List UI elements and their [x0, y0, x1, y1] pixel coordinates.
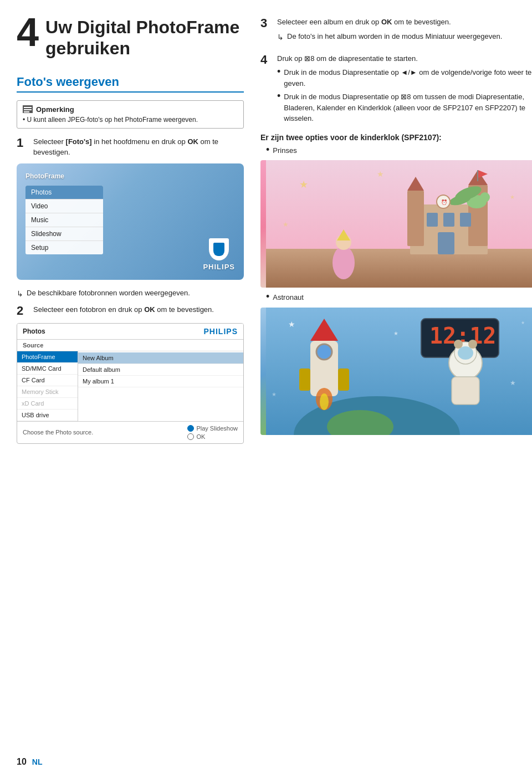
photos-ui-header: Photos PHILIPS [17, 324, 243, 340]
bullet-dot-1: • [277, 66, 280, 89]
step-2-number: 2 [17, 304, 29, 318]
pf-menu-music: Music [25, 213, 103, 227]
princess-list: • Prinses [266, 145, 532, 156]
photos-ui-footer: Choose the Photo source. Play Slideshow … [17, 421, 243, 443]
note-box: Opmerking • U kunt alleen JPEG-foto's op… [17, 100, 244, 129]
svg-text:★: ★ [288, 320, 295, 329]
radio-label-ok: OK [196, 433, 205, 440]
photos-ui-philips: PHILIPS [204, 327, 238, 336]
step-2: 2 Selecteer een fotobron en druk op OK o… [17, 304, 244, 318]
step-4: 4 Druk op ⊠8 om de diapresentatie te sta… [260, 53, 532, 127]
arrow-symbol: ↳ [17, 288, 23, 300]
pf-menu: Photos Video Music Slideshow Setup [25, 186, 103, 254]
pf-menu-slideshow: Slideshow [25, 227, 103, 241]
pui-item-photoframe: PhotoFrame [17, 351, 78, 363]
step-3-arrow: ↳ De foto's in het album worden in de mo… [277, 31, 532, 43]
svg-point-37 [320, 393, 329, 410]
pui-item-sdmmc: SD/MMC Card [17, 363, 78, 375]
page-footer: 10 NL [17, 757, 42, 767]
svg-text:★: ★ [393, 330, 398, 336]
radio-circle-slideshow [187, 425, 194, 432]
svg-point-40 [458, 346, 473, 360]
step-1-content: Selecteer [Foto's] in het hoofdmenu en d… [33, 136, 244, 158]
radio-label-slideshow: Play Slideshow [196, 425, 238, 432]
svg-rect-3 [407, 191, 424, 246]
astronaut-list: • Astronaut [266, 292, 532, 303]
step-1-number: 1 [17, 136, 29, 158]
note-icon [23, 105, 33, 113]
left-column: 4 Uw Digital PhotoFrame gebruiken Foto's… [17, 17, 255, 761]
step-2-content: Selecteer een fotobron en druk op OK om … [33, 304, 244, 318]
note-text: • U kunt alleen JPEG-foto's op het Photo… [23, 116, 238, 124]
svg-rect-33 [299, 368, 310, 391]
photos-ui-right-panel: New Album Default album My album 1 [78, 351, 243, 421]
pui-item-newalbum: New Album [78, 352, 243, 364]
svg-rect-43 [452, 377, 479, 405]
radio-circle-ok [187, 433, 194, 440]
kinderklok-heading: Er zijn twee opties voor de kinderklok (… [260, 133, 532, 142]
step-3: 3 Selecteer een album en druk op OK om t… [260, 17, 532, 48]
svg-text:★: ★ [377, 170, 384, 178]
photos-ui-left-panel: PhotoFrame SD/MMC Card CF Card Memory St… [17, 351, 78, 421]
svg-text:⏰: ⏰ [441, 199, 448, 206]
svg-rect-34 [338, 368, 349, 391]
pui-item-memorystick: Memory Stick [17, 386, 78, 398]
princess-item: • Prinses [266, 145, 532, 156]
svg-text:★: ★ [510, 379, 516, 387]
svg-rect-7 [427, 213, 438, 227]
astronaut-image: 12:12 [260, 308, 532, 435]
bullet-1: • Druk in de modus Diapresentatie op ◄/►… [277, 67, 532, 89]
photos-footer-text: Choose the Photo source. [23, 429, 93, 436]
philips-text-logo: PHILIPS [203, 263, 235, 271]
chapter-header: 4 Uw Digital PhotoFrame gebruiken [17, 17, 244, 69]
step-4-bullets: • Druk in de modus Diapresentatie op ◄/►… [277, 67, 532, 124]
svg-text:★: ★ [272, 391, 277, 397]
step-1: 1 Selecteer [Foto's] in het hoofdmenu en… [17, 136, 244, 158]
arrow-text-1: De beschikbare fotobronnen worden weerge… [27, 288, 190, 300]
photos-source-ui: Photos PHILIPS Source PhotoFrame SD/MMC … [17, 323, 244, 444]
svg-rect-8 [443, 213, 454, 227]
pf-menu-video: Video [25, 199, 103, 213]
svg-rect-11 [477, 170, 478, 181]
chapter-title: Uw Digital PhotoFrame gebruiken [45, 17, 244, 59]
right-column: 3 Selecteer een album en druk op OK om t… [255, 17, 532, 761]
bullet-text-1: Druk in de modus Diapresentatie op ◄/► o… [284, 67, 532, 89]
step-3-arrow-text: De foto's in het album worden in de modu… [287, 31, 502, 43]
arrow-bullet-1: ↳ De beschikbare fotobronnen worden weer… [17, 288, 244, 300]
arrow-sym-3: ↳ [277, 32, 284, 43]
princess-label: Prinses [273, 145, 296, 156]
pui-item-myalbum1: My album 1 [78, 376, 243, 387]
astronaut-item: • Astronaut [266, 292, 532, 303]
pf-menu-photos: Photos [25, 186, 103, 199]
photos-footer-right: Play Slideshow OK [187, 425, 238, 440]
svg-text:★: ★ [521, 320, 525, 325]
pf-label: PhotoFrame [25, 172, 235, 180]
astronaut-bullet-dot: • [266, 291, 269, 303]
step-4-number: 4 [260, 53, 273, 127]
svg-text:★: ★ [510, 194, 515, 200]
castle-svg: ★ ★ ★ ★ ⏰ [260, 160, 532, 288]
photos-ui-body: PhotoFrame SD/MMC Card CF Card Memory St… [17, 351, 243, 421]
svg-point-41 [454, 340, 463, 349]
section-title: Foto's weergeven [17, 75, 244, 93]
radio-group: Play Slideshow OK [187, 425, 238, 440]
photos-ui-source-label: Source [17, 340, 243, 351]
bullet-2: • Druk in de modus Diapresentatie op ⊠8 … [277, 91, 532, 124]
pui-item-cfcard: CF Card [17, 375, 78, 386]
svg-rect-1 [266, 249, 532, 288]
page-number: 10 [17, 757, 27, 767]
philips-logo-small: PHILIPS [203, 238, 235, 271]
step-3-number: 3 [260, 17, 273, 48]
philips-shield [209, 238, 229, 260]
step-3-content: Selecteer een album en druk op OK om te … [277, 17, 532, 48]
astronaut-svg: 12:12 [260, 308, 532, 435]
pf-menu-setup: Setup [25, 241, 103, 254]
svg-text:★: ★ [299, 179, 308, 190]
philips-shield-inner [213, 243, 224, 256]
note-header-text: Opmerking [36, 105, 74, 114]
svg-point-42 [468, 340, 477, 349]
photoframe-ui-mockup: PhotoFrame Photos Video Music Slideshow … [17, 163, 244, 280]
pui-item-defaultalbum: Default album [78, 364, 243, 376]
bullet-dot-2: • [277, 91, 280, 124]
svg-rect-9 [460, 213, 471, 227]
